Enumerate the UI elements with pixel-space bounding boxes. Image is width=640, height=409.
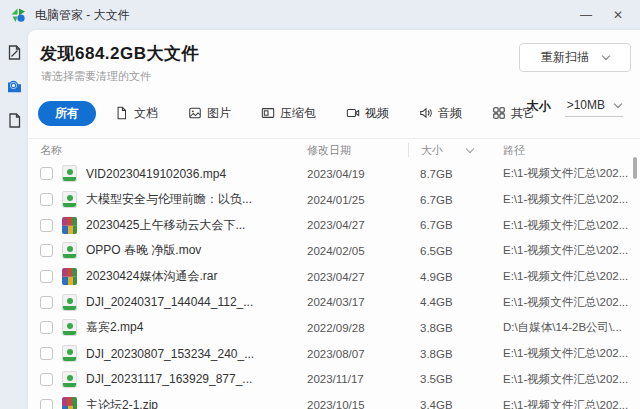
size-filter-dropdown[interactable]: >10MB [565, 96, 623, 117]
file-size: 3.4GB [420, 399, 503, 409]
file-name: 20230424媒体沟通会.rar [86, 268, 307, 285]
archive-file-icon [62, 268, 77, 285]
table-row[interactable]: 20230425上午移动云大会下... 2023/04/27 6.7GB E:\… [28, 212, 640, 238]
file-size: 3.8GB [420, 322, 503, 334]
file-name: 嘉宾2.mp4 [86, 319, 307, 336]
file-path: E:\1-视频文件汇总\202... [503, 166, 640, 181]
filter-tab-label: 音频 [438, 105, 462, 122]
file-path: E:\1-视频文件汇总\202... [503, 295, 640, 310]
sort-chevron-icon [466, 144, 474, 152]
rescan-label: 重新扫描 [541, 49, 589, 66]
column-header-path[interactable]: 路径 [503, 143, 640, 158]
video-file-icon [62, 319, 77, 336]
large-file-scan-icon [6, 78, 23, 95]
table-row[interactable]: OPPO 春晚 净版.mov 2024/02/05 6.5GB E:\1-视频文… [28, 238, 640, 264]
file-table-body: VID20230419102036.mp4 2023/04/19 8.7GB E… [28, 161, 640, 409]
sidebar-item-file-manage[interactable] [4, 110, 24, 130]
video-icon [346, 106, 360, 120]
filter-tab-label: 所有 [55, 105, 79, 122]
app-logo-icon [10, 7, 27, 24]
filter-tab-archive[interactable]: 压缩包 [250, 101, 327, 126]
filter-tab-all[interactable]: 所有 [38, 101, 96, 126]
file-name: DJI_20231117_163929_877_... [86, 372, 307, 386]
file-date: 2024/02/05 [307, 245, 420, 257]
file-size: 4.9GB [420, 271, 503, 283]
table-row[interactable]: DJI_20230807_153234_240_... 2023/08/07 3… [28, 341, 640, 367]
file-size: 6.7GB [420, 194, 503, 206]
size-filter: 大小 >10MB [527, 96, 623, 117]
archive-icon [261, 106, 275, 120]
filter-tab-doc[interactable]: 文档 [104, 101, 169, 126]
row-checkbox[interactable] [40, 399, 53, 409]
filter-tab-image[interactable]: 图片 [177, 101, 242, 126]
file-size: 6.5GB [420, 245, 503, 257]
column-header-name[interactable]: 名称 [40, 143, 307, 158]
file-path: E:\1-视频文件汇总\202... [503, 218, 640, 233]
row-checkbox[interactable] [40, 167, 53, 180]
video-file-icon [62, 345, 77, 362]
sidebar-item-large-file-scan[interactable] [4, 76, 24, 96]
table-row[interactable]: VID20230419102036.mp4 2023/04/19 8.7GB E… [28, 161, 640, 187]
file-date: 2023/04/19 [307, 168, 420, 180]
archive-file-icon [62, 397, 77, 409]
file-name: DJI_20240317_144044_112_... [86, 295, 307, 309]
table-row[interactable]: 大模型安全与伦理前瞻：以负... 2024/01/25 6.7GB E:\1-视… [28, 187, 640, 213]
video-file-icon [62, 371, 77, 388]
titlebar: 电脑管家 - 大文件 — ✕ [0, 0, 640, 30]
table-row[interactable]: 20230424媒体沟通会.rar 2023/04/27 4.9GB E:\1-… [28, 264, 640, 290]
sidebar-item-cleanup[interactable] [4, 42, 24, 62]
file-size: 6.7GB [420, 219, 503, 231]
row-checkbox[interactable] [40, 347, 53, 360]
table-header: 名称 修改日期 大小 路径 [28, 139, 640, 161]
row-checkbox[interactable] [40, 270, 53, 283]
minimize-button[interactable]: — [572, 2, 600, 28]
file-path: E:\1-视频文件汇总\202... [503, 398, 640, 409]
filter-tab-video[interactable]: 视频 [335, 101, 400, 126]
file-size: 3.8GB [420, 348, 503, 360]
file-name: VID20230419102036.mp4 [86, 167, 307, 181]
row-checkbox[interactable] [40, 296, 53, 309]
audio-icon [419, 106, 433, 120]
row-checkbox[interactable] [40, 193, 53, 206]
file-icon [6, 112, 23, 129]
filter-tab-label: 压缩包 [280, 105, 316, 122]
table-row[interactable]: 主论坛2-1.zip 2023/10/15 3.4GB E:\1-视频文件汇总\… [28, 392, 640, 409]
cleanup-icon [6, 44, 23, 61]
file-date: 2023/04/27 [307, 271, 420, 283]
table-row[interactable]: 嘉宾2.mp4 2022/09/28 3.8GB D:\自媒体\14-2B公司\… [28, 315, 640, 341]
file-date: 2023/11/17 [307, 373, 420, 385]
size-filter-value: >10MB [567, 98, 605, 112]
column-header-date[interactable]: 修改日期 [307, 143, 420, 158]
scrollbar-thumb[interactable] [633, 157, 637, 179]
file-size: 3.5GB [420, 373, 503, 385]
row-checkbox[interactable] [40, 373, 53, 386]
close-button[interactable]: ✕ [604, 2, 632, 28]
filter-tab-label: 视频 [365, 105, 389, 122]
sidebar [0, 30, 28, 409]
table-row[interactable]: DJI_20240317_144044_112_... 2024/03/17 4… [28, 289, 640, 315]
file-path: E:\1-视频文件汇总\202... [503, 269, 640, 284]
file-path: E:\1-视频文件汇总\202... [503, 346, 640, 361]
file-path: E:\1-视频文件汇总\202... [503, 243, 640, 258]
column-header-size[interactable]: 大小 [408, 143, 503, 157]
row-checkbox[interactable] [40, 244, 53, 257]
image-icon [188, 106, 202, 120]
video-file-icon [62, 294, 77, 311]
video-file-icon [62, 242, 77, 259]
filter-tab-label: 图片 [207, 105, 231, 122]
doc-icon [115, 106, 129, 120]
rescan-button[interactable]: 重新扫描 [519, 43, 631, 72]
grid-icon [492, 106, 506, 120]
row-checkbox[interactable] [40, 321, 53, 334]
file-name: 主论坛2-1.zip [86, 397, 307, 409]
chevron-down-icon [602, 52, 610, 60]
file-name: 大模型安全与伦理前瞻：以负... [86, 191, 307, 208]
main-panel: 发现684.2GB大文件 请选择需要清理的文件 重新扫描 所有文档图片压缩包视频… [28, 30, 640, 409]
file-path: E:\1-视频文件汇总\202... [503, 192, 640, 207]
archive-file-icon [62, 217, 77, 234]
table-row[interactable]: DJI_20231117_163929_877_... 2023/11/17 3… [28, 367, 640, 393]
file-date: 2024/03/17 [307, 296, 420, 308]
size-filter-label: 大小 [527, 98, 551, 115]
filter-tab-audio[interactable]: 音频 [408, 101, 473, 126]
row-checkbox[interactable] [40, 219, 53, 232]
